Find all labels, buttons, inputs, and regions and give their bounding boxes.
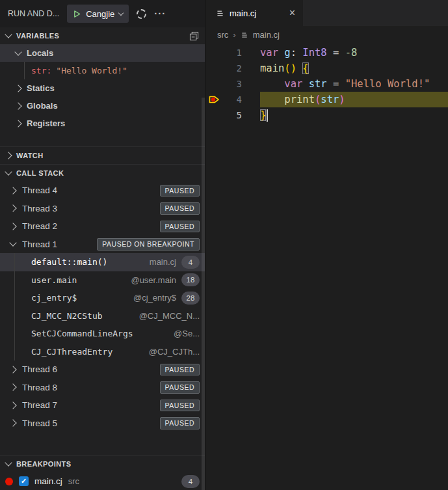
tab-main-cj[interactable]: main.cj × [205, 0, 303, 26]
breadcrumb-file[interactable]: main.cj [253, 30, 280, 40]
launch-config-label: Cangjie [86, 9, 114, 19]
close-icon[interactable]: × [289, 8, 295, 18]
frame-source: main.cj [150, 257, 176, 267]
variables-group-row[interactable]: Globals [0, 97, 205, 115]
variables-group-label: Statics [27, 83, 55, 93]
frame-source: @user.main [131, 275, 176, 285]
breakpoints-section: BREAKPOINTS ✓main.cjsrc4 [0, 455, 205, 490]
chevron-right-icon [14, 102, 21, 109]
breakpoint-dot-icon [5, 478, 13, 485]
thread-label: Thread 7 [22, 400, 57, 410]
code-token: str [309, 78, 327, 90]
variables-section-header[interactable]: VARIABLES [0, 27, 205, 44]
variables-group-label: Locals [27, 48, 53, 58]
breakpoints-section-header[interactable]: BREAKPOINTS [0, 456, 205, 472]
code-token [278, 47, 284, 59]
sidebar-scrollbar[interactable] [202, 98, 205, 490]
code-line[interactable]: 5} [205, 107, 448, 123]
thread-label: Thread 6 [22, 364, 57, 374]
gear-icon[interactable] [137, 9, 146, 19]
variables-group-row[interactable]: Registers [0, 115, 205, 132]
variables-group-row[interactable]: Statics [0, 79, 205, 97]
thread-row[interactable]: Thread 6PAUSED [0, 361, 205, 379]
code-line-text: var str = "Hello World!" [260, 76, 448, 92]
frame-source: @cj_entry$ [133, 293, 176, 303]
call-stack-section-title: CALL STACK [16, 169, 64, 177]
code-token: var [284, 78, 302, 90]
tab-label: main.cj [230, 8, 256, 18]
vscode-debug-view: RUN AND D... Cangjie ··· VARIABLES [0, 0, 448, 490]
run-and-debug-title: RUN AND D... [8, 9, 59, 18]
thread-label: Thread 8 [22, 383, 57, 392]
call-stack-section: CALL STACK Thread 4PAUSEDThread 3PAUSEDT… [0, 164, 205, 432]
variables-section: VARIABLES Localsstr:"Hello World!"Static… [0, 27, 205, 146]
thread-label: Thread 3 [22, 204, 57, 213]
variables-tree: Localsstr:"Hello World!"StaticsGlobalsRe… [0, 44, 205, 132]
thread-row[interactable]: Thread 7PAUSED [0, 396, 205, 415]
ellipsis-icon[interactable]: ··· [154, 10, 166, 17]
code-token: : [291, 47, 303, 59]
code-token: } [260, 109, 266, 121]
code-line[interactable]: 4 print(str) [205, 92, 448, 107]
breakpoint-checkbox[interactable]: ✓ [19, 476, 29, 486]
line-number[interactable]: 3 [222, 79, 242, 89]
code-token: ( [284, 62, 290, 74]
code-token: str [321, 94, 339, 105]
stack-frame-row[interactable]: user.main@user.main18 [0, 271, 205, 290]
line-number[interactable]: 1 [222, 48, 242, 58]
stack-frame-row[interactable]: CJ_CJThreadEntry@CJ_CJTh... [0, 343, 205, 361]
debug-start-icon[interactable] [73, 10, 81, 18]
chevron-right-icon [5, 152, 12, 159]
code-line[interactable]: 2main() { [205, 61, 448, 76]
breadcrumb-folder[interactable]: src [217, 30, 228, 40]
chevron-right-icon [9, 205, 16, 212]
variables-group-label: Globals [27, 101, 58, 111]
code-line[interactable]: 3 var str = "Hello World!" [205, 76, 448, 92]
watch-section-title: WATCH [16, 152, 44, 159]
gutter-breakpoint-margin[interactable] [205, 95, 222, 104]
code-editor[interactable]: 1var g: Int8 = -82main() {3 var str = "H… [205, 44, 448, 490]
frame-source: @CJ_CJTh... [149, 347, 200, 357]
code-token: main [260, 62, 284, 74]
breakpoint-arrow-icon [209, 95, 220, 104]
collapse-all-icon[interactable] [189, 31, 199, 41]
code-line-text: main() { [260, 61, 448, 76]
thread-row[interactable]: Thread 5PAUSED [0, 415, 205, 433]
variable-entry-row[interactable]: str:"Hello World!" [0, 62, 205, 79]
watch-section: WATCH [0, 146, 205, 164]
paused-badge: PAUSED ON BREAKPOINT [97, 238, 200, 251]
code-token: = [327, 78, 345, 90]
thread-row[interactable]: Thread 3PAUSED [0, 200, 205, 218]
file-icon [216, 9, 224, 18]
breadcrumb-separator-icon: › [233, 30, 235, 40]
frame-name: user.main [31, 275, 77, 285]
line-number[interactable]: 5 [222, 110, 242, 120]
breakpoint-row[interactable]: ✓main.cjsrc4 [0, 472, 205, 490]
stack-frame-row[interactable]: SetCJCommandLineArgs@Se... [0, 325, 205, 343]
thread-label: Thread 4 [22, 185, 57, 195]
watch-section-header[interactable]: WATCH [0, 147, 205, 164]
stack-frame-row[interactable]: CJ_MCC_N2CStub@CJ_MCC_N... [0, 307, 205, 325]
stack-frame-row[interactable]: cj_entry$@cj_entry$28 [0, 289, 205, 307]
thread-label: Thread 2 [22, 221, 57, 231]
frame-source: @Se... [174, 329, 200, 338]
chevron-right-icon [14, 85, 21, 92]
chevron-right-icon [9, 223, 16, 230]
stack-frame-row[interactable]: default::main()main.cj4 [0, 253, 205, 271]
thread-row[interactable]: Thread 1PAUSED ON BREAKPOINT [0, 236, 205, 254]
frame-line-badge: 4 [181, 256, 200, 269]
thread-row[interactable]: Thread 4PAUSED [0, 182, 205, 200]
code-token: print [284, 94, 315, 105]
launch-config-dropdown[interactable]: Cangjie [67, 5, 129, 23]
variables-group-row[interactable]: Locals [0, 44, 205, 62]
chevron-right-icon [14, 120, 21, 127]
call-stack-section-header[interactable]: CALL STACK [0, 165, 205, 182]
line-number[interactable]: 4 [222, 94, 242, 105]
thread-row[interactable]: Thread 8PAUSED [0, 379, 205, 397]
code-token [260, 78, 284, 90]
code-line[interactable]: 1var g: Int8 = -8 [205, 45, 448, 61]
breakpoint-count-badge: 4 [181, 475, 200, 488]
code-token [260, 94, 284, 105]
line-number[interactable]: 2 [222, 63, 242, 74]
thread-row[interactable]: Thread 2PAUSED [0, 217, 205, 236]
